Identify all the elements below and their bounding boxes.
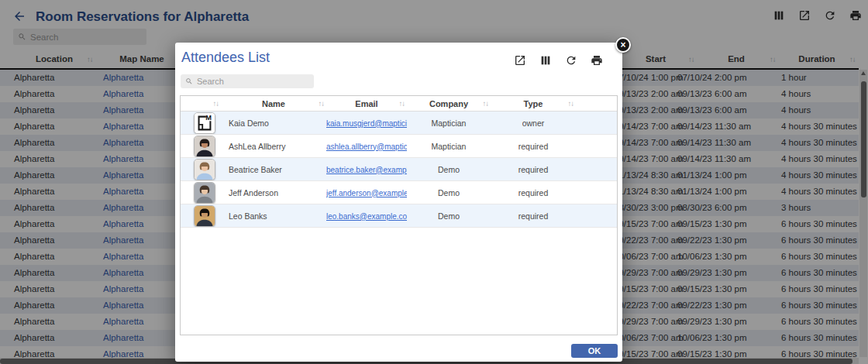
- modal-title: Attendees List: [181, 50, 270, 66]
- attendee-type: owner: [491, 118, 576, 128]
- column-header-name[interactable]: Name: [221, 96, 326, 111]
- search-icon: [185, 77, 193, 85]
- attendee-email-link[interactable]: jeff.anderson@example.com: [326, 189, 407, 197]
- sort-icon[interactable]: [483, 99, 489, 108]
- attendees-table-header: Name Email Company Type: [181, 96, 617, 112]
- refresh-icon[interactable]: [565, 54, 577, 67]
- column-header-spacer: [576, 96, 617, 111]
- person-photo: [195, 136, 215, 156]
- attendee-avatar: M: [194, 205, 215, 227]
- attendee-email-link[interactable]: ashlea.allberry@maptician.com: [326, 143, 407, 151]
- person-photo: [195, 183, 215, 203]
- sort-icon[interactable]: [319, 99, 325, 108]
- attendee-row[interactable]: M Leo Banks: [181, 204, 617, 228]
- attendee-type: required: [491, 142, 576, 151]
- attendees-list-modal: × Attendees List Name Email Company Type: [175, 43, 622, 362]
- close-icon[interactable]: ×: [615, 37, 631, 53]
- column-header-avatar[interactable]: [181, 96, 221, 111]
- attendee-company: Maptician: [407, 118, 491, 128]
- modal-search: [181, 74, 314, 88]
- attendee-company: Maptician: [407, 142, 491, 151]
- attendee-type: required: [491, 165, 576, 174]
- attendee-name: Jeff Anderson: [221, 188, 326, 197]
- attendee-company: Demo: [407, 165, 491, 174]
- column-header-company[interactable]: Company: [407, 96, 491, 111]
- attendee-company: Demo: [407, 188, 491, 197]
- modal-toolbar: [514, 54, 603, 67]
- column-header-email[interactable]: Email: [326, 96, 407, 111]
- attendee-avatar: M: [194, 112, 215, 134]
- attendees-table: Name Email Company Type: [180, 95, 618, 335]
- screen: Room Reservations for Alpharetta Locatio…: [0, 0, 868, 364]
- attendee-name: Leo Banks: [221, 211, 326, 221]
- maptician-logo-icon: M: [195, 113, 215, 133]
- sort-icon[interactable]: [213, 99, 219, 108]
- person-photo: [195, 160, 215, 180]
- attendee-name: Beatrice Baker: [221, 165, 326, 174]
- attendee-name: AshLea Allberry: [221, 142, 326, 151]
- attendee-row[interactable]: M Beatrice Bak: [181, 158, 617, 181]
- attendee-avatar: M: [194, 182, 215, 204]
- column-header-type[interactable]: Type: [491, 96, 576, 111]
- attendee-email-link[interactable]: beatrice.baker@example.com: [326, 166, 407, 174]
- attendee-type: required: [491, 211, 576, 221]
- modal-search-input[interactable]: [197, 77, 305, 86]
- attendee-company: Demo: [407, 211, 491, 221]
- attendee-row[interactable]: M AshLea Allbe: [181, 135, 617, 158]
- attendee-name: Kaia Demo: [221, 118, 326, 128]
- attendee-avatar: M: [194, 159, 215, 180]
- attendees-table-body: M Kaia Demo: [181, 112, 617, 228]
- attendee-row[interactable]: M Kaia Demo: [181, 112, 617, 135]
- sort-icon[interactable]: [399, 99, 405, 108]
- print-icon[interactable]: [591, 54, 603, 67]
- attendee-avatar: M: [194, 136, 215, 157]
- attendee-row[interactable]: M Jeff Anderso: [181, 181, 617, 204]
- columns-icon[interactable]: [539, 54, 552, 67]
- person-photo: [195, 206, 215, 226]
- ok-button[interactable]: OK: [571, 344, 618, 358]
- attendee-type: required: [491, 188, 576, 197]
- svg-text:M: M: [205, 114, 212, 122]
- attendee-email-link[interactable]: kaia.musgjerd@maptician.com: [326, 119, 407, 128]
- sort-icon[interactable]: [568, 99, 574, 108]
- export-icon[interactable]: [514, 54, 526, 67]
- attendee-email-link[interactable]: leo.banks@example.com: [326, 212, 407, 221]
